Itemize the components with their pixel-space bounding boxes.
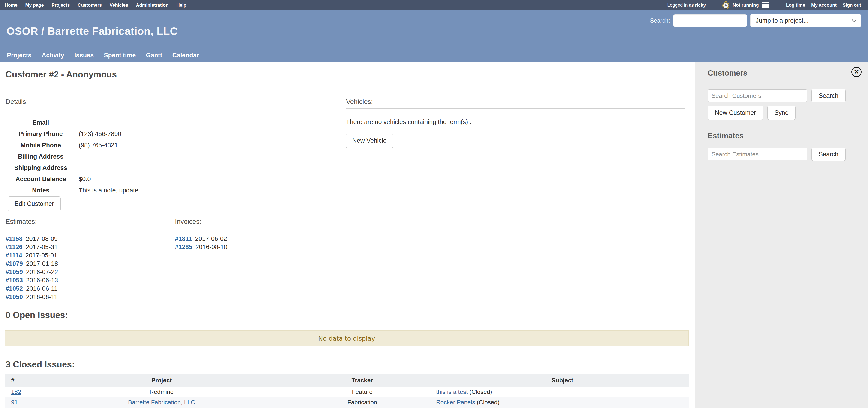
invoice-link[interactable]: #1285 [175,244,192,251]
issue-subject-link[interactable]: Rocker Panels [436,399,475,406]
no-data-banner: No data to display [5,330,689,346]
customer-details: Email Primary Phone (123) 456-7890 Mobil… [5,117,138,196]
closed-issues-table: # Project Tracker Subject 182 Redmine Fe… [5,374,689,408]
invoices-list: #1811 2017-06-02 #1285 2016-08-10 [175,235,340,251]
vehicles-divider [346,108,685,109]
new-customer-button[interactable]: New Customer [708,106,763,120]
search-label: Search: [650,17,670,24]
open-issues-heading: 0 Open Issues: [5,310,68,320]
estimate-date: 2017-01-18 [26,260,58,267]
detail-row: Notes This is a note, update [5,185,138,196]
issue-row: 91 Barrette Fabrication, LLC Fabrication… [5,397,689,408]
estimate-link[interactable]: #1114 [5,252,22,259]
logged-in-as: Logged in as ricky [668,3,706,8]
issue-subject-link[interactable]: this is a test [436,388,468,395]
detail-label: Billing Address [5,153,76,160]
estimate-link[interactable]: #1053 [5,277,23,284]
tab-gantt[interactable]: Gantt [146,52,162,59]
issue-status: (Closed) [475,399,499,406]
estimates-section-label: Estimates: [5,218,171,226]
menu-vehicles[interactable]: Vehicles [110,3,128,8]
tab-issues[interactable]: Issues [74,52,94,59]
estimates-list: #1158 2017-08-09 #1126 2017-05-31 #1114 … [5,235,171,301]
detail-row: Account Balance $0.0 [5,174,138,185]
estimate-item: #1050 2016-06-11 [5,293,171,301]
detail-row: Mobile Phone (98) 765-4321 [5,140,138,151]
invoice-item: #1285 2016-08-10 [175,243,340,251]
detail-value: (123) 456-7890 [79,131,121,138]
tab-spent-time[interactable]: Spent time [104,52,136,59]
jump-to-project-select[interactable]: Jump to a project... [750,14,861,27]
project-tabs: Projects Activity Issues Spent time Gant… [7,52,199,59]
estimate-item: #1126 2017-05-31 [5,243,171,251]
tab-calendar[interactable]: Calendar [173,52,199,59]
estimate-link[interactable]: #1059 [5,269,23,276]
invoices-divider [175,228,340,228]
customers-search-row: Search [708,89,846,102]
estimate-date: 2016-07-22 [26,269,58,276]
estimate-date: 2016-06-11 [26,285,58,292]
estimates-invoices-section: Estimates: #1158 2017-08-09 #1126 2017-0… [5,218,340,301]
sync-button[interactable]: Sync [767,106,796,120]
new-vehicle-button[interactable]: New Vehicle [346,133,393,148]
menu-help[interactable]: Help [176,3,186,8]
details-section-label: Details: [5,98,28,106]
stopwatch-icon[interactable] [722,1,730,9]
estimate-link[interactable]: #1126 [5,244,23,251]
col-header-id: # [5,374,35,387]
menu-administration[interactable]: Administration [136,3,168,8]
menu-customers[interactable]: Customers [78,3,102,8]
detail-label: Account Balance [5,176,76,183]
tab-projects[interactable]: Projects [7,52,32,59]
tab-activity[interactable]: Activity [42,52,64,59]
search-estimates-button[interactable]: Search [811,147,846,161]
menu-my-page[interactable]: My page [25,3,44,8]
detail-value: (98) 765-4321 [79,142,118,149]
menu-home[interactable]: Home [5,3,18,8]
issue-id-link[interactable]: 91 [11,399,18,406]
estimate-item: #1158 2017-08-09 [5,235,171,243]
timer-status: Not running [733,3,758,8]
header: OSOR / Barrette Fabrication, LLC Search:… [0,10,868,62]
detail-label: Shipping Address [5,164,76,171]
estimate-link[interactable]: #1079 [5,260,23,267]
detail-label: Mobile Phone [5,142,76,149]
estimates-divider [5,228,171,228]
invoice-date: 2016-08-10 [195,244,227,251]
estimate-link[interactable]: #1050 [5,294,23,301]
detail-label: Email [5,119,76,126]
menu-projects[interactable]: Projects [52,3,70,8]
edit-customer-button[interactable]: Edit Customer [8,196,61,211]
estimate-item: #1052 2016-06-11 [5,284,171,293]
page-title: Customer #2 - Anonymous [5,70,117,79]
menu-sign-out[interactable]: Sign out [843,3,861,8]
close-icon[interactable]: ✕ [851,67,862,77]
timer-list-icon[interactable] [762,2,769,8]
estimate-date: 2016-06-13 [26,277,58,284]
menu-log-time[interactable]: Log time [786,3,805,8]
closed-issues-heading: 3 Closed Issues: [5,360,75,370]
issue-project[interactable]: Redmine [150,388,174,395]
estimate-date: 2017-05-01 [25,252,57,259]
search-customers-input[interactable] [708,90,807,102]
detail-row: Email [5,117,138,128]
detail-row: Billing Address [5,151,138,162]
col-header-tracker: Tracker [288,374,436,387]
search-estimates-input[interactable] [708,148,807,161]
issue-row: 182 Redmine Feature this is a test (Clos… [5,387,689,397]
invoice-link[interactable]: #1811 [175,235,192,242]
search-customers-button[interactable]: Search [811,89,846,102]
detail-value: $0.0 [79,176,91,183]
menu-my-account[interactable]: My account [811,3,837,8]
issue-id-link[interactable]: 182 [11,388,21,395]
estimate-link[interactable]: #1052 [5,285,23,292]
issue-project[interactable]: Barrette Fabrication, LLC [128,399,195,406]
detail-value: This is a note, update [79,187,138,194]
search-input[interactable] [673,14,747,27]
top-menu-left: Home My page Projects Customers Vehicles… [0,3,186,8]
jump-to-project-value: Jump to a project... [756,17,809,24]
estimate-link[interactable]: #1158 [5,235,23,242]
sidebar: ✕ Customers Search New Customer Sync Est… [695,62,868,408]
estimate-item: #1114 2017-05-01 [5,251,171,260]
estimate-date: 2017-08-09 [26,235,58,242]
